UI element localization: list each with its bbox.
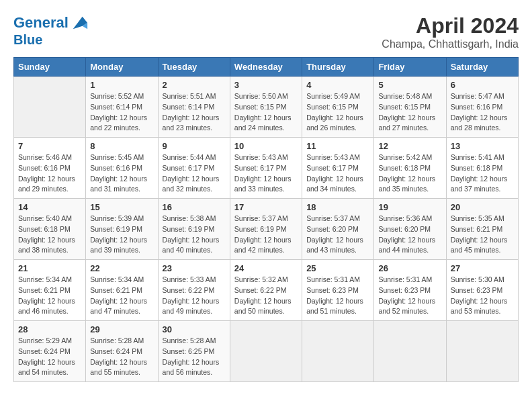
calendar-cell: 10Sunrise: 5:43 AM Sunset: 6:17 PM Dayli… bbox=[230, 138, 302, 199]
logo-icon bbox=[70, 13, 89, 32]
day-info: Sunrise: 5:37 AM Sunset: 6:20 PM Dayligh… bbox=[306, 214, 369, 256]
day-number: 25 bbox=[306, 263, 369, 273]
day-number: 4 bbox=[306, 80, 369, 90]
calendar-cell: 5Sunrise: 5:48 AM Sunset: 6:15 PM Daylig… bbox=[374, 77, 446, 138]
day-info: Sunrise: 5:44 AM Sunset: 6:17 PM Dayligh… bbox=[163, 152, 226, 195]
calendar-cell: 24Sunrise: 5:32 AM Sunset: 6:22 PM Dayli… bbox=[230, 260, 302, 321]
day-number: 3 bbox=[234, 80, 298, 90]
calendar-cell: 9Sunrise: 5:44 AM Sunset: 6:17 PM Daylig… bbox=[158, 138, 230, 199]
day-info: Sunrise: 5:28 AM Sunset: 6:25 PM Dayligh… bbox=[163, 336, 226, 378]
weekday-header-wednesday: Wednesday bbox=[230, 58, 302, 77]
day-number: 15 bbox=[90, 202, 153, 212]
month-title: April 2024 bbox=[382, 13, 519, 38]
calendar-cell: 8Sunrise: 5:45 AM Sunset: 6:16 PM Daylig… bbox=[86, 138, 158, 199]
calendar-cell: 4Sunrise: 5:49 AM Sunset: 6:15 PM Daylig… bbox=[302, 77, 374, 138]
week-row-2: 7Sunrise: 5:46 AM Sunset: 6:16 PM Daylig… bbox=[14, 138, 519, 199]
calendar-cell: 6Sunrise: 5:47 AM Sunset: 6:16 PM Daylig… bbox=[446, 77, 518, 138]
day-number: 16 bbox=[163, 202, 226, 212]
calendar-cell: 13Sunrise: 5:41 AM Sunset: 6:18 PM Dayli… bbox=[446, 138, 518, 199]
day-info: Sunrise: 5:36 AM Sunset: 6:20 PM Dayligh… bbox=[378, 214, 441, 256]
title-block: April 2024 Champa, Chhattisgarh, India bbox=[382, 13, 519, 50]
day-info: Sunrise: 5:40 AM Sunset: 6:18 PM Dayligh… bbox=[18, 214, 81, 256]
page-header: General Blue April 2024 Champa, Chhattis… bbox=[13, 13, 519, 50]
calendar-cell bbox=[446, 321, 518, 382]
day-info: Sunrise: 5:52 AM Sunset: 6:14 PM Dayligh… bbox=[90, 91, 153, 134]
calendar-table: SundayMondayTuesdayWednesdayThursdayFrid… bbox=[13, 57, 519, 382]
calendar-cell: 30Sunrise: 5:28 AM Sunset: 6:25 PM Dayli… bbox=[158, 321, 230, 382]
day-info: Sunrise: 5:31 AM Sunset: 6:23 PM Dayligh… bbox=[306, 275, 369, 317]
day-info: Sunrise: 5:37 AM Sunset: 6:19 PM Dayligh… bbox=[234, 214, 298, 256]
day-number: 12 bbox=[378, 141, 441, 151]
day-number: 5 bbox=[378, 80, 441, 90]
day-number: 8 bbox=[90, 141, 153, 151]
calendar-cell: 23Sunrise: 5:33 AM Sunset: 6:22 PM Dayli… bbox=[158, 260, 230, 321]
weekday-header-friday: Friday bbox=[374, 58, 446, 77]
day-number: 9 bbox=[163, 141, 226, 151]
calendar-cell: 7Sunrise: 5:46 AM Sunset: 6:16 PM Daylig… bbox=[14, 138, 86, 199]
weekday-header-tuesday: Tuesday bbox=[158, 58, 230, 77]
day-number: 10 bbox=[234, 141, 298, 151]
day-number: 14 bbox=[18, 202, 81, 212]
day-info: Sunrise: 5:39 AM Sunset: 6:19 PM Dayligh… bbox=[90, 214, 153, 256]
calendar-cell: 17Sunrise: 5:37 AM Sunset: 6:19 PM Dayli… bbox=[230, 199, 302, 260]
day-info: Sunrise: 5:47 AM Sunset: 6:16 PM Dayligh… bbox=[451, 91, 514, 134]
day-number: 11 bbox=[306, 141, 369, 151]
calendar-cell bbox=[230, 321, 302, 382]
day-info: Sunrise: 5:49 AM Sunset: 6:15 PM Dayligh… bbox=[306, 91, 369, 134]
calendar-cell: 3Sunrise: 5:50 AM Sunset: 6:15 PM Daylig… bbox=[230, 77, 302, 138]
day-number: 20 bbox=[451, 202, 514, 212]
logo-text2: Blue bbox=[13, 32, 89, 47]
day-info: Sunrise: 5:33 AM Sunset: 6:22 PM Dayligh… bbox=[163, 275, 226, 317]
day-info: Sunrise: 5:41 AM Sunset: 6:18 PM Dayligh… bbox=[451, 152, 514, 195]
week-row-5: 28Sunrise: 5:29 AM Sunset: 6:24 PM Dayli… bbox=[14, 321, 519, 382]
day-info: Sunrise: 5:46 AM Sunset: 6:16 PM Dayligh… bbox=[18, 152, 81, 195]
day-info: Sunrise: 5:48 AM Sunset: 6:15 PM Dayligh… bbox=[378, 91, 441, 134]
day-number: 28 bbox=[18, 324, 81, 334]
calendar-cell: 20Sunrise: 5:35 AM Sunset: 6:21 PM Dayli… bbox=[446, 199, 518, 260]
calendar-cell: 14Sunrise: 5:40 AM Sunset: 6:18 PM Dayli… bbox=[14, 199, 86, 260]
day-number: 2 bbox=[163, 80, 226, 90]
day-info: Sunrise: 5:34 AM Sunset: 6:21 PM Dayligh… bbox=[90, 275, 153, 317]
day-info: Sunrise: 5:45 AM Sunset: 6:16 PM Dayligh… bbox=[90, 152, 153, 195]
day-info: Sunrise: 5:32 AM Sunset: 6:22 PM Dayligh… bbox=[234, 275, 298, 317]
calendar-cell: 16Sunrise: 5:38 AM Sunset: 6:19 PM Dayli… bbox=[158, 199, 230, 260]
day-info: Sunrise: 5:50 AM Sunset: 6:15 PM Dayligh… bbox=[234, 91, 298, 134]
weekday-header-thursday: Thursday bbox=[302, 58, 374, 77]
day-info: Sunrise: 5:42 AM Sunset: 6:18 PM Dayligh… bbox=[378, 152, 441, 195]
calendar-cell bbox=[302, 321, 374, 382]
calendar-cell: 11Sunrise: 5:43 AM Sunset: 6:17 PM Dayli… bbox=[302, 138, 374, 199]
day-info: Sunrise: 5:34 AM Sunset: 6:21 PM Dayligh… bbox=[18, 275, 81, 317]
calendar-cell: 22Sunrise: 5:34 AM Sunset: 6:21 PM Dayli… bbox=[86, 260, 158, 321]
day-info: Sunrise: 5:35 AM Sunset: 6:21 PM Dayligh… bbox=[451, 214, 514, 256]
weekday-header-monday: Monday bbox=[86, 58, 158, 77]
day-number: 26 bbox=[378, 263, 441, 273]
calendar-cell: 15Sunrise: 5:39 AM Sunset: 6:19 PM Dayli… bbox=[86, 199, 158, 260]
day-number: 19 bbox=[378, 202, 441, 212]
day-number: 22 bbox=[90, 263, 153, 273]
calendar-cell: 26Sunrise: 5:31 AM Sunset: 6:23 PM Dayli… bbox=[374, 260, 446, 321]
day-number: 23 bbox=[163, 263, 226, 273]
day-info: Sunrise: 5:30 AM Sunset: 6:23 PM Dayligh… bbox=[451, 275, 514, 317]
calendar-cell: 12Sunrise: 5:42 AM Sunset: 6:18 PM Dayli… bbox=[374, 138, 446, 199]
day-number: 21 bbox=[18, 263, 81, 273]
day-info: Sunrise: 5:43 AM Sunset: 6:17 PM Dayligh… bbox=[306, 152, 369, 195]
day-number: 17 bbox=[234, 202, 298, 212]
day-info: Sunrise: 5:31 AM Sunset: 6:23 PM Dayligh… bbox=[378, 275, 441, 317]
week-row-3: 14Sunrise: 5:40 AM Sunset: 6:18 PM Dayli… bbox=[14, 199, 519, 260]
day-number: 6 bbox=[451, 80, 514, 90]
calendar-cell: 28Sunrise: 5:29 AM Sunset: 6:24 PM Dayli… bbox=[14, 321, 86, 382]
day-info: Sunrise: 5:29 AM Sunset: 6:24 PM Dayligh… bbox=[18, 336, 81, 378]
day-info: Sunrise: 5:51 AM Sunset: 6:14 PM Dayligh… bbox=[163, 91, 226, 134]
week-row-4: 21Sunrise: 5:34 AM Sunset: 6:21 PM Dayli… bbox=[14, 260, 519, 321]
day-number: 13 bbox=[451, 141, 514, 151]
day-number: 7 bbox=[18, 141, 81, 151]
calendar-cell: 1Sunrise: 5:52 AM Sunset: 6:14 PM Daylig… bbox=[86, 77, 158, 138]
week-row-1: 1Sunrise: 5:52 AM Sunset: 6:14 PM Daylig… bbox=[14, 77, 519, 138]
logo-text: General bbox=[13, 15, 69, 31]
weekday-header-row: SundayMondayTuesdayWednesdayThursdayFrid… bbox=[14, 58, 519, 77]
day-number: 30 bbox=[163, 324, 226, 334]
logo: General Blue bbox=[13, 13, 89, 47]
day-number: 1 bbox=[90, 80, 153, 90]
calendar-cell: 19Sunrise: 5:36 AM Sunset: 6:20 PM Dayli… bbox=[374, 199, 446, 260]
day-info: Sunrise: 5:43 AM Sunset: 6:17 PM Dayligh… bbox=[234, 152, 298, 195]
